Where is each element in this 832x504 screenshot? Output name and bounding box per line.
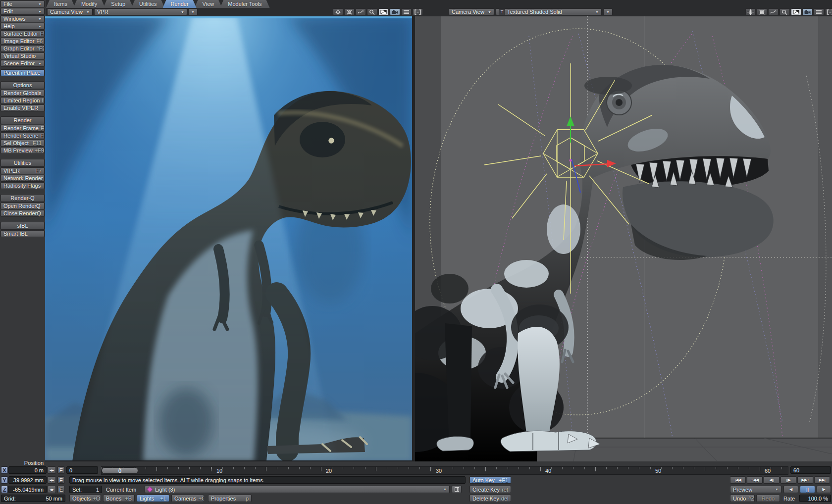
y-stepper[interactable]: ◀▶ bbox=[48, 476, 56, 484]
go-to-start-button[interactable]: |◀◀ bbox=[730, 476, 746, 484]
bones-mode-button[interactable]: Bones+B bbox=[103, 495, 135, 502]
right-view-type-dropdown[interactable]: Camera View ▼ bbox=[449, 8, 494, 15]
camera-icon[interactable] bbox=[390, 8, 400, 15]
magnify-icon[interactable] bbox=[367, 8, 377, 15]
left-render-mode-label: VPR bbox=[97, 9, 108, 15]
play-reverse-button[interactable]: ◀ bbox=[783, 486, 798, 493]
z-envelope-button[interactable]: E bbox=[57, 486, 65, 493]
enable-viper-button[interactable]: Enable VIPER bbox=[0, 104, 45, 111]
rate-field[interactable]: 100.0 % bbox=[799, 495, 831, 502]
properties-button[interactable]: Propertiesp bbox=[208, 495, 252, 502]
maximize-viewport-icon[interactable] bbox=[825, 8, 832, 15]
current-frame-field[interactable]: 0 bbox=[66, 466, 98, 474]
preview-dropdown[interactable]: Preview ▼ bbox=[730, 486, 781, 493]
radiosity-flags-button[interactable]: Radiosity Flags bbox=[0, 182, 45, 189]
network-render-button[interactable]: Network Render bbox=[0, 175, 45, 182]
right-render-mode-dropdown[interactable]: T Textured Shaded Solid ▼ bbox=[496, 8, 602, 15]
left-view-type-dropdown[interactable]: Camera View ▼ bbox=[47, 8, 93, 15]
camera-icon[interactable] bbox=[802, 8, 813, 15]
render-scene-button[interactable]: Render SceneF10 bbox=[0, 132, 45, 139]
viper-button[interactable]: VIPERF7 bbox=[0, 167, 45, 174]
y-axis-button[interactable]: Y bbox=[1, 476, 8, 484]
redo-button[interactable]: Redo bbox=[756, 495, 780, 502]
windows-menu[interactable]: Windows▼ bbox=[0, 15, 45, 22]
objects-mode-button[interactable]: Objects+O bbox=[69, 495, 101, 502]
lights-mode-button[interactable]: Lights+L bbox=[137, 495, 169, 502]
create-key-button[interactable]: Create Key ret bbox=[469, 486, 511, 493]
right-viewport-menu-button[interactable]: ▼ bbox=[603, 8, 613, 15]
current-item-dropdown[interactable]: Light (3) ▼ bbox=[145, 486, 450, 493]
timeline-ruler[interactable]: 10 20 30 40 50 60 ▲ 0 bbox=[101, 466, 788, 475]
list-icon[interactable] bbox=[401, 8, 412, 15]
tab-modeler-tools[interactable]: Modeler Tools bbox=[220, 0, 269, 8]
left-viewport-vpr[interactable] bbox=[45, 16, 412, 461]
x-envelope-button[interactable]: E bbox=[57, 466, 65, 474]
x-axis-button[interactable]: X bbox=[1, 466, 8, 474]
cameras-mode-button[interactable]: Cameras+C bbox=[171, 495, 204, 502]
graph-editor-button[interactable]: Graph Editor^F2 bbox=[0, 45, 45, 52]
timeline-slider-handle[interactable]: ▲ 0 bbox=[102, 467, 138, 474]
pan-icon[interactable] bbox=[333, 8, 343, 15]
z-stepper[interactable]: ◀▶ bbox=[48, 486, 56, 493]
render-frame-button[interactable]: Render FrameF9 bbox=[0, 125, 45, 132]
previous-keyframe-button[interactable]: +◀◀ bbox=[747, 476, 763, 484]
pan-icon[interactable] bbox=[745, 8, 756, 15]
grid-label: Grid: bbox=[4, 496, 16, 502]
tab-render[interactable]: Render bbox=[163, 0, 197, 8]
left-viewport-menu-button[interactable]: ▼ bbox=[188, 8, 198, 15]
end-frame-field[interactable]: 60 bbox=[790, 466, 831, 474]
step-forward-button[interactable]: ||▶ bbox=[780, 476, 796, 484]
right-viewport-shaded[interactable] bbox=[415, 16, 832, 461]
y-position-field[interactable]: 39.9992 mm bbox=[8, 476, 47, 484]
tab-modify[interactable]: Modify bbox=[73, 0, 105, 8]
list-icon[interactable] bbox=[814, 8, 824, 15]
magnify-icon[interactable] bbox=[780, 8, 790, 15]
pause-button[interactable]: || bbox=[800, 486, 815, 493]
render-globals-button[interactable]: Render Globals bbox=[0, 90, 45, 97]
tab-items[interactable]: Items bbox=[46, 0, 75, 8]
step-back-button[interactable]: ◀|| bbox=[764, 476, 780, 484]
mb-preview-button[interactable]: MB Preview+F9 bbox=[0, 147, 45, 154]
go-to-end-button[interactable]: ▶▶| bbox=[814, 476, 830, 484]
twist-icon[interactable] bbox=[768, 8, 779, 15]
orbit-icon[interactable] bbox=[757, 8, 767, 15]
play-button[interactable]: ▶ bbox=[817, 486, 831, 493]
open-renderq-button[interactable]: Open RenderQ bbox=[0, 202, 45, 209]
x-position-field[interactable]: 0 m bbox=[8, 466, 47, 474]
minmax-region-icon[interactable] bbox=[791, 8, 801, 15]
parent-in-place-button[interactable]: Parent in Place bbox=[0, 69, 45, 76]
item-list-panel-button[interactable] bbox=[452, 486, 462, 493]
undo-button[interactable]: Undo ^Z bbox=[730, 495, 755, 502]
chevron-down-icon: ▼ bbox=[86, 10, 90, 14]
twist-icon[interactable] bbox=[356, 8, 366, 15]
z-position-field[interactable]: -65.0419mm bbox=[8, 486, 47, 493]
surface-editor-button[interactable]: Surface EditorF5 bbox=[0, 30, 45, 37]
tab-utilities[interactable]: Utilities bbox=[131, 0, 164, 8]
smart-ibl-button[interactable]: Smart IBL bbox=[0, 230, 45, 237]
maximize-viewport-icon[interactable] bbox=[413, 8, 423, 15]
limited-region-button[interactable]: Limited Regionl bbox=[0, 97, 45, 104]
y-envelope-button[interactable]: E bbox=[57, 476, 65, 484]
tab-setup[interactable]: Setup bbox=[103, 0, 133, 8]
left-render-mode-dropdown[interactable]: VPR ▼ bbox=[94, 8, 187, 15]
shortcut-label: F6 bbox=[34, 38, 43, 44]
auto-key-button[interactable]: Auto Key +F1 bbox=[469, 476, 511, 484]
edit-menu[interactable]: Edit▼ bbox=[0, 8, 45, 15]
delete-key-button[interactable]: Delete Key del bbox=[469, 495, 511, 502]
virtual-studio-button[interactable]: Virtual Studio bbox=[0, 52, 45, 59]
sel-object-button[interactable]: Sel ObjectF11 bbox=[0, 140, 45, 147]
orbit-icon[interactable] bbox=[344, 8, 355, 15]
help-menu[interactable]: Help▼ bbox=[0, 23, 45, 30]
next-keyframe-button[interactable]: ▶▶+ bbox=[797, 476, 813, 484]
shortcut-label: F11 bbox=[31, 140, 42, 146]
file-menu[interactable]: File ▼ bbox=[0, 0, 45, 7]
z-axis-button[interactable]: Z bbox=[1, 486, 8, 493]
minmax-region-icon[interactable] bbox=[378, 8, 389, 15]
image-editor-button[interactable]: Image EditorF6 bbox=[0, 38, 45, 45]
close-renderq-button[interactable]: Close RenderQ bbox=[0, 210, 45, 217]
chevron-down-icon: ▼ bbox=[38, 2, 42, 6]
x-stepper[interactable]: ◀▶ bbox=[48, 466, 56, 474]
tab-view[interactable]: View bbox=[195, 0, 222, 8]
scene-editor-dropdown[interactable]: Scene Editor▼ bbox=[0, 60, 45, 67]
chevron-down-icon: ▼ bbox=[595, 10, 599, 14]
